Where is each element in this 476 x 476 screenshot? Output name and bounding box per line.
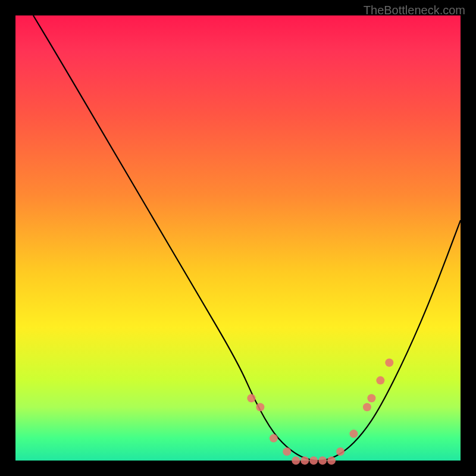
highlight-dot [300, 456, 309, 465]
highlight-dot [292, 456, 300, 465]
highlight-dot [367, 394, 375, 402]
highlight-dot [309, 456, 318, 465]
highlight-dot [336, 447, 345, 456]
highlight-dot [247, 394, 255, 402]
highlight-dot [318, 456, 327, 465]
highlight-dot [385, 358, 393, 367]
highlight-dot [327, 456, 336, 465]
bottleneck-curve [33, 15, 461, 461]
highlight-dot [270, 434, 278, 443]
highlight-dot [349, 430, 358, 438]
highlight-dot [363, 403, 371, 411]
watermark-text: TheBottleneck.com [364, 4, 465, 17]
highlight-dot [256, 403, 264, 411]
chart-svg [15, 15, 461, 461]
highlight-dot [283, 447, 291, 456]
highlight-dots-group [247, 358, 393, 465]
highlight-dot [376, 376, 384, 384]
